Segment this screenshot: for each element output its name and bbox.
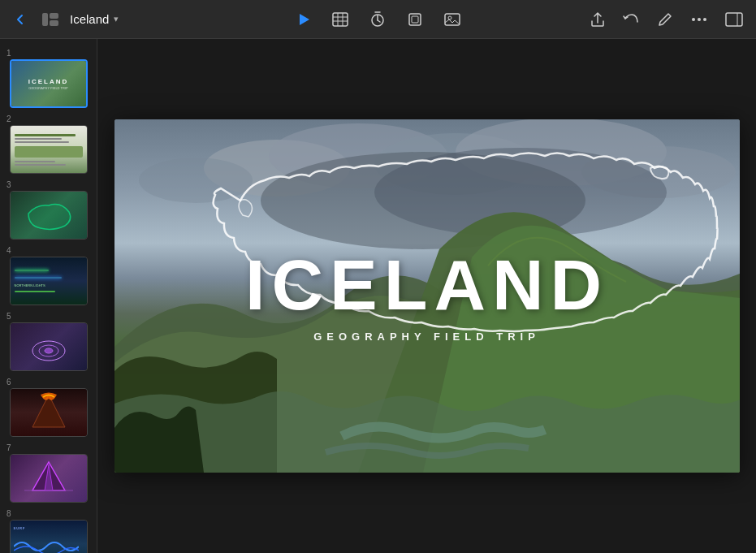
svg-rect-2 <box>50 20 58 26</box>
slide-preview-5 <box>10 322 88 371</box>
slide-number-5: 5 <box>5 312 11 321</box>
toolbar-right <box>584 8 746 31</box>
panel-toggle-button[interactable] <box>39 10 62 29</box>
svg-point-24 <box>45 348 53 353</box>
timer-button[interactable] <box>366 8 389 31</box>
title-chevron-icon: ▾ <box>114 14 119 24</box>
svg-rect-20 <box>726 13 742 26</box>
slide-thumb-6[interactable]: 6 <box>0 374 97 440</box>
svg-point-16 <box>448 16 451 19</box>
right-panel-button[interactable] <box>722 9 746 30</box>
more-button[interactable] <box>688 14 711 25</box>
slide-preview-2 <box>10 125 88 174</box>
slide-thumb-4[interactable]: 4 NORTHERN LIGHTS <box>0 243 97 309</box>
slide-thumb-3[interactable]: 3 <box>0 177 97 243</box>
svg-rect-14 <box>412 16 418 23</box>
slide-number-7: 7 <box>5 443 11 452</box>
slide-text-overlay: ICELAND GEOGRAPHY FIELD TRIP <box>114 119 740 473</box>
share-button[interactable] <box>587 8 608 31</box>
svg-rect-15 <box>445 14 460 25</box>
slide-preview-1: ICELAND GEOGRAPHY FIELD TRIP <box>10 59 88 108</box>
canvas-area[interactable]: ICELAND GEOGRAPHY FIELD TRIP <box>97 39 756 553</box>
slide-thumb-5[interactable]: 5 <box>0 309 97 374</box>
slide-number-1: 1 <box>5 49 11 58</box>
media-button[interactable] <box>441 9 464 30</box>
layers-button[interactable] <box>404 8 426 31</box>
svg-rect-13 <box>409 14 421 25</box>
slide-number-6: 6 <box>5 378 11 387</box>
slide-number-8: 8 <box>5 509 11 518</box>
svg-marker-3 <box>300 14 309 25</box>
slide-preview-3 <box>10 191 88 240</box>
slide-main-title: ICELAND <box>245 249 608 321</box>
slide-subtitle: GEOGRAPHY FIELD TRIP <box>313 331 540 343</box>
slide-number-2: 2 <box>5 114 11 123</box>
slide-thumb-8[interactable]: 8 SURF <box>0 506 97 553</box>
svg-point-18 <box>698 18 701 21</box>
svg-point-17 <box>692 18 695 21</box>
undo-button[interactable] <box>620 9 642 30</box>
slide-preview-7 <box>10 454 88 503</box>
play-button[interactable] <box>293 9 314 30</box>
slide-thumb-7[interactable]: 7 <box>0 440 97 506</box>
svg-rect-1 <box>50 13 58 19</box>
svg-rect-0 <box>42 13 48 26</box>
slide-number-3: 3 <box>5 180 11 189</box>
slide-preview-8: SURF <box>10 520 88 553</box>
annotate-button[interactable] <box>654 8 676 31</box>
main-area: 1 ICELAND GEOGRAPHY FIELD TRIP 2 <box>0 39 756 553</box>
slide-thumb-1[interactable]: 1 ICELAND GEOGRAPHY FIELD TRIP <box>0 45 97 111</box>
toolbar-center <box>172 8 584 31</box>
document-title: Iceland <box>70 12 109 26</box>
svg-marker-25 <box>32 395 65 427</box>
slides-panel: 1 ICELAND GEOGRAPHY FIELD TRIP 2 <box>0 39 97 553</box>
slide-preview-6 <box>10 388 88 437</box>
slide-number-4: 4 <box>5 246 11 255</box>
svg-rect-4 <box>333 13 348 26</box>
main-slide: ICELAND GEOGRAPHY FIELD TRIP <box>114 119 740 473</box>
slide-thumb-2[interactable]: 2 <box>0 111 97 177</box>
svg-line-12 <box>378 20 380 22</box>
back-button[interactable] <box>10 9 31 30</box>
toolbar-left: Iceland ▾ <box>10 9 172 30</box>
title-area[interactable]: Iceland ▾ <box>70 12 119 26</box>
svg-point-19 <box>703 18 706 21</box>
slide-preview-4: NORTHERN LIGHTS <box>10 257 88 305</box>
toolbar: Iceland ▾ <box>0 0 756 39</box>
table-button[interactable] <box>329 9 352 30</box>
